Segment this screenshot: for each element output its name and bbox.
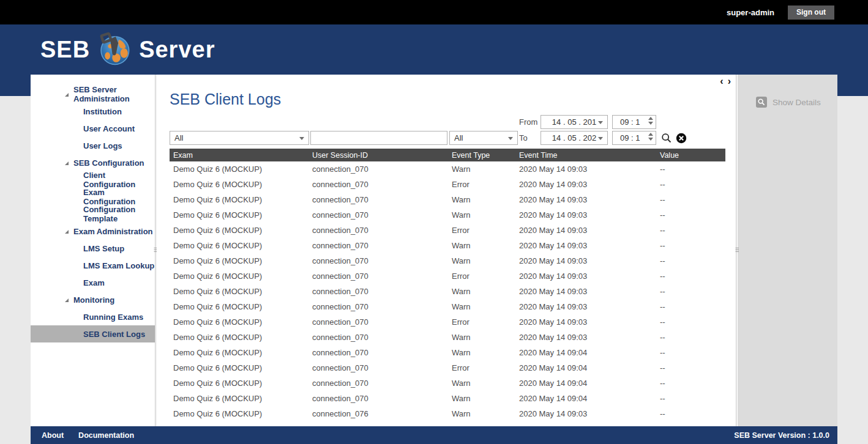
cell-value: --	[656, 409, 725, 418]
time-spinner-control	[648, 133, 653, 141]
cell-value: --	[656, 333, 725, 342]
sidebar-item-label: SEB Server Administration	[73, 85, 155, 103]
to-date-field[interactable]: 14 . 05 . 202	[541, 131, 608, 145]
main-content: ‹ › SEB Client Logs From 14 . 05 . 201 0…	[157, 75, 736, 426]
expand-arrow-icon[interactable]	[65, 298, 69, 302]
cell-exam: Demo Quiz 6 (MOCKUP)	[170, 226, 309, 235]
sidebar-item-label: LMS Setup	[83, 244, 124, 253]
collapse-right-icon[interactable]: ›	[728, 76, 731, 86]
clear-filter-icon[interactable]	[676, 133, 687, 144]
cell-event-time: 2020 May 14 09:03	[515, 165, 656, 174]
footer-links: About Documentation	[31, 431, 134, 440]
from-time-field[interactable]: 09 : 1	[612, 115, 656, 129]
cell-user-session-id: connection_070	[309, 195, 448, 204]
sidebar-navigation: SEB Server Administration Institution Us…	[31, 75, 155, 426]
sidebar-item-seb-client-logs[interactable]: SEB Client Logs	[31, 325, 155, 342]
table-row[interactable]: Demo Quiz 6 (MOCKUP) connection_070 Erro…	[170, 177, 725, 192]
table-row[interactable]: Demo Quiz 6 (MOCKUP) connection_070 Warn…	[170, 376, 725, 391]
cell-event-type: Warn	[448, 333, 515, 342]
show-details-label: Show Details	[773, 98, 821, 107]
sidebar-item-configuration-template[interactable]: Configuration Template	[31, 205, 155, 223]
sidebar-item-exam[interactable]: Exam	[31, 274, 155, 291]
dropdown-arrow-icon[interactable]	[299, 137, 304, 140]
spinner-up-icon[interactable]	[648, 117, 653, 120]
cell-event-time: 2020 May 14 09:03	[515, 256, 656, 265]
expand-arrow-icon[interactable]	[65, 161, 69, 165]
sidebar-item-lms-setup[interactable]: LMS Setup	[31, 240, 155, 257]
table-row[interactable]: Demo Quiz 6 (MOCKUP) connection_070 Warn…	[170, 238, 725, 253]
documentation-link[interactable]: Documentation	[78, 431, 134, 440]
event-type-filter-dropdown[interactable]: All	[449, 131, 518, 145]
table-row[interactable]: Demo Quiz 6 (MOCKUP) connection_070 Warn…	[170, 161, 725, 177]
table-row[interactable]: Demo Quiz 6 (MOCKUP) connection_076 Warn…	[170, 406, 725, 421]
column-header[interactable]: Value	[656, 151, 725, 160]
session-id-filter-input[interactable]	[310, 131, 447, 145]
cell-event-time: 2020 May 14 09:04	[515, 379, 656, 388]
time-spinner-control	[648, 117, 653, 125]
dropdown-arrow-icon[interactable]	[598, 137, 603, 140]
table-row[interactable]: Demo Quiz 6 (MOCKUP) connection_070 Erro…	[170, 360, 725, 376]
table-row[interactable]: Demo Quiz 6 (MOCKUP) connection_070 Warn…	[170, 192, 725, 207]
sidebar-item-exam-administration[interactable]: Exam Administration	[31, 223, 155, 240]
cell-user-session-id: connection_070	[309, 317, 448, 327]
cell-event-type: Warn	[448, 409, 515, 418]
sidebar-item-monitoring[interactable]: Monitoring	[31, 291, 155, 308]
to-time-value: 09 : 1	[620, 133, 640, 142]
sidebar-item-exam-configuration[interactable]: Exam Configuration	[31, 188, 155, 205]
expand-arrow-icon[interactable]	[65, 93, 69, 97]
table-row[interactable]: Demo Quiz 6 (MOCKUP) connection_070 Warn…	[170, 253, 725, 268]
table-row[interactable]: Demo Quiz 6 (MOCKUP) connection_070 Erro…	[170, 314, 725, 330]
cell-exam: Demo Quiz 6 (MOCKUP)	[170, 363, 309, 372]
sidebar-item-running-exams[interactable]: Running Exams	[31, 308, 155, 325]
about-link[interactable]: About	[42, 431, 64, 440]
column-header[interactable]: Exam	[170, 151, 309, 160]
show-details-button[interactable]: Show Details	[739, 95, 837, 109]
column-header[interactable]: Event Time	[515, 151, 656, 160]
table-row[interactable]: Demo Quiz 6 (MOCKUP) connection_070 Warn…	[170, 299, 725, 314]
table-row[interactable]: Demo Quiz 6 (MOCKUP) connection_070 Warn…	[170, 391, 725, 406]
sidebar-item-label: Monitoring	[73, 295, 114, 305]
expand-arrow-icon[interactable]	[65, 230, 69, 234]
table-row[interactable]: Demo Quiz 6 (MOCKUP) connection_070 Warn…	[170, 330, 725, 345]
dropdown-arrow-icon[interactable]	[598, 121, 603, 124]
cell-user-session-id: connection_070	[309, 379, 448, 388]
to-time-field[interactable]: 09 : 1	[612, 131, 656, 145]
logo-text-seb: SEB	[40, 37, 90, 63]
spinner-up-icon[interactable]	[648, 133, 653, 136]
from-date-value: 14 . 05 . 201	[552, 117, 596, 127]
spinner-down-icon[interactable]	[648, 122, 653, 125]
spinner-down-icon[interactable]	[648, 138, 653, 141]
sidebar-item-label: Client Configuration	[83, 171, 155, 189]
sidebar-item-lms-exam-lookup[interactable]: LMS Exam Lookup	[31, 257, 155, 274]
sidebar-item-institution[interactable]: Institution	[31, 103, 155, 120]
cell-exam: Demo Quiz 6 (MOCKUP)	[170, 272, 309, 281]
sidebar-item-user-account[interactable]: User Account	[31, 120, 155, 137]
cell-exam: Demo Quiz 6 (MOCKUP)	[170, 409, 309, 418]
cell-event-type: Warn	[448, 379, 515, 388]
table-row[interactable]: Demo Quiz 6 (MOCKUP) connection_070 Warn…	[170, 284, 725, 299]
cell-event-time: 2020 May 14 09:03	[515, 226, 656, 235]
cell-event-type: Warn	[448, 302, 515, 311]
search-icon[interactable]	[661, 133, 672, 144]
table-row[interactable]: Demo Quiz 6 (MOCKUP) connection_070 Warn…	[170, 345, 725, 360]
footer-bar: About Documentation SEB Server Version :…	[31, 426, 837, 444]
exam-filter-dropdown[interactable]: All	[170, 131, 309, 145]
from-date-field[interactable]: 14 . 05 . 201	[541, 115, 608, 129]
column-header[interactable]: User Session-ID	[309, 151, 448, 160]
table-row[interactable]: Demo Quiz 6 (MOCKUP) connection_070 Warn…	[170, 207, 725, 223]
sign-out-button[interactable]: Sign out	[788, 6, 834, 20]
cell-event-type: Warn	[448, 394, 515, 403]
sidebar-item-client-configuration[interactable]: Client Configuration	[31, 171, 155, 188]
collapse-left-icon[interactable]: ‹	[720, 76, 723, 86]
table-row[interactable]: Demo Quiz 6 (MOCKUP) connection_070 Erro…	[170, 223, 725, 238]
show-details-magnifier-icon	[756, 97, 767, 108]
table-row[interactable]: Demo Quiz 6 (MOCKUP) connection_070 Erro…	[170, 268, 725, 284]
sidebar-item-seb-configuration[interactable]: SEB Configuration	[31, 154, 155, 171]
cell-value: --	[656, 272, 725, 281]
dropdown-arrow-icon[interactable]	[508, 137, 513, 140]
column-header[interactable]: Event Type	[448, 151, 515, 160]
action-pane: Show Details	[739, 75, 837, 426]
cell-value: --	[656, 241, 725, 250]
sidebar-item-seb-server-administration[interactable]: SEB Server Administration	[31, 86, 155, 103]
sidebar-item-user-logs[interactable]: User Logs	[31, 137, 155, 154]
